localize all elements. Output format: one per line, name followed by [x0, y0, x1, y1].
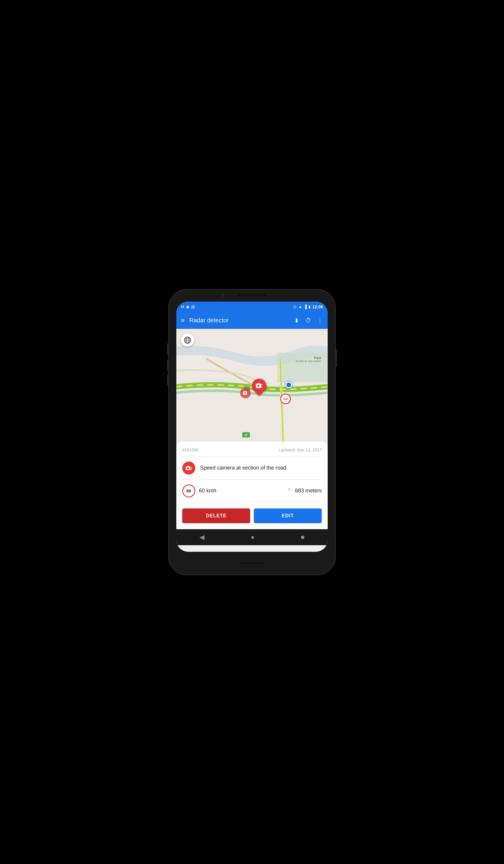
back-button[interactable]: ◀	[193, 531, 211, 543]
camera-icon	[255, 382, 263, 390]
home-button[interactable]: ●	[244, 531, 260, 543]
info-panel: #281590 Updated: Nov 12, 2017 60 Speed	[176, 442, 328, 529]
camera-id: #281590	[182, 447, 199, 452]
user-location-dot	[286, 382, 292, 388]
navigation-icon	[286, 487, 292, 494]
history-icon[interactable]: ⏱	[305, 317, 311, 324]
delete-button[interactable]: DELETE	[182, 508, 250, 523]
speed-camera-marker-2[interactable]	[240, 388, 251, 398]
camera-icon-small	[242, 390, 249, 396]
hamburger-menu-icon[interactable]: ≡	[181, 317, 184, 324]
distance-value: 683 meters	[295, 488, 322, 494]
status-bar: M ◉ ▤ ⊙ ▲ ▐ ▮ 12:08	[176, 302, 328, 312]
location-icon: ⊙	[293, 304, 297, 309]
wifi-icon: ▲	[298, 304, 302, 309]
camera-type-icon: 60	[182, 461, 195, 475]
more-options-icon[interactable]: ⋮	[317, 317, 323, 324]
app-bar-actions: ⬇ ⏱ ⋮	[294, 317, 323, 324]
speed-camera-marker[interactable]	[252, 379, 266, 393]
speed-limit-section: 60 60 kmh	[182, 484, 216, 497]
svg-line-13	[261, 387, 262, 387]
phone-speaker	[237, 294, 267, 296]
park-label: Park Zorrilla de San Martín	[295, 356, 321, 363]
map-view[interactable]: 27 9	[176, 329, 328, 442]
camera-info-row: 60 Speed camera at section of the road	[182, 457, 322, 480]
clipboard-icon: ▤	[191, 304, 195, 309]
action-buttons-row: DELETE EDIT	[182, 503, 322, 523]
speed-limit-value: 60	[187, 489, 191, 493]
info-details-row: 60 60 kmh 683 meters	[182, 480, 322, 503]
download-icon[interactable]: ⬇	[294, 317, 299, 324]
distance-section: 683 meters	[286, 487, 322, 494]
phone-bottom-area	[240, 552, 264, 575]
edit-button[interactable]: EDIT	[254, 508, 322, 523]
svg-line-12	[261, 384, 262, 385]
info-header: #281590 Updated: Nov 12, 2017	[182, 447, 322, 457]
phone-device: M ◉ ▤ ⊙ ▲ ▐ ▮ 12:08 ≡ Radar detector ⬇ ⏱…	[169, 290, 335, 575]
last-updated: Updated: Nov 12, 2017	[279, 447, 322, 452]
recent-apps-button[interactable]: ■	[295, 531, 311, 543]
battery-icon: ▮	[308, 304, 311, 309]
sync-icon: ◉	[186, 304, 189, 309]
speed-limit-110-marker[interactable]: 110	[280, 394, 291, 404]
navigation-bar: ◀ ● ■	[176, 529, 328, 545]
status-icons-right: ⊙ ▲ ▐ ▮ 12:08	[293, 304, 323, 309]
speed-camera-icon: 60	[185, 465, 192, 471]
speed-limit-text: 60 kmh	[199, 488, 216, 494]
svg-text:27: 27	[244, 434, 248, 436]
speed-limit-sign: 60	[182, 484, 195, 497]
phone-camera	[221, 293, 225, 297]
signal-icon: ▐	[304, 304, 307, 309]
phone-speaker-bottom	[240, 562, 264, 564]
svg-point-15	[187, 467, 189, 469]
globe-map-type-button[interactable]	[181, 334, 194, 347]
app-bar: ≡ Radar detector ⬇ ⏱ ⋮	[176, 312, 328, 329]
svg-point-14	[244, 392, 246, 394]
gmail-icon: M	[181, 304, 184, 309]
compass-icon	[286, 487, 292, 493]
camera-description: Speed camera at section of the road	[200, 465, 286, 471]
status-time: 12:08	[312, 304, 323, 309]
status-icons-left: M ◉ ▤	[181, 304, 195, 309]
svg-text:60: 60	[190, 468, 191, 469]
app-title: Radar detector	[189, 317, 289, 324]
phone-screen: M ◉ ▤ ⊙ ▲ ▐ ▮ 12:08 ≡ Radar detector ⬇ ⏱…	[176, 302, 328, 552]
globe-icon	[184, 336, 191, 344]
